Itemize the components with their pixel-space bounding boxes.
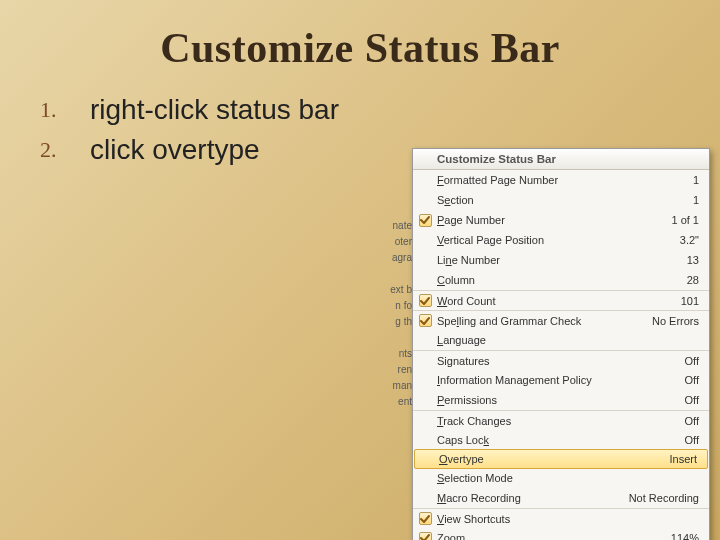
menu-item-value: 1 (685, 194, 699, 206)
menu-item-label: Page Number (437, 214, 663, 226)
checkmark-icon (419, 314, 432, 327)
menu-title: Customize Status Bar (413, 149, 709, 170)
menu-item-check-gutter (413, 512, 437, 525)
menu-item-label: Language (437, 334, 691, 346)
menu-item-label: Column (437, 274, 679, 286)
menu-item-vertical-page-position[interactable]: Vertical Page Position3.2" (413, 230, 709, 250)
menu-item-label: Track Changes (437, 415, 677, 427)
background-document-fragment: nate oter agra ext b n fo g th nts ren m… (382, 218, 412, 410)
menu-item-ections[interactable]: Section1 (413, 190, 709, 210)
steps-list: right-click status bar click overtype (90, 90, 339, 170)
menu-item-track-changes[interactable]: Track ChangesOff (413, 410, 709, 430)
menu-item-check-gutter (413, 532, 437, 541)
menu-item-formatted-page-number[interactable]: Formatted Page Number1 (413, 170, 709, 190)
menu-item-ne-numberli[interactable]: Line Number13 (413, 250, 709, 270)
menu-item-label: Word Count (437, 295, 673, 307)
menu-item-value: No Errors (644, 315, 699, 327)
menu-item-label: View Shortcuts (437, 513, 691, 525)
menu-item-label: Formatted Page Number (437, 174, 685, 186)
step-numbers: 1. 2. (40, 90, 90, 170)
menu-item-value: Off (677, 415, 699, 427)
menu-item-label: Line Number (437, 254, 679, 266)
menu-item-label: Vertical Page Position (437, 234, 672, 246)
menu-item-label: Caps Lock (437, 434, 677, 446)
menu-item-value: 28 (679, 274, 699, 286)
menu-item-zoom[interactable]: Zoom114% (413, 528, 709, 540)
menu-item-label: Overtype (439, 453, 661, 465)
menu-item-label: Permissions (437, 394, 677, 406)
menu-item-value: 114% (663, 532, 699, 540)
checkmark-icon (419, 512, 432, 525)
step-number-2: 2. (40, 130, 90, 170)
menu-item-label: Spelling and Grammar Check (437, 315, 644, 327)
checkmark-icon (419, 294, 432, 307)
menu-item-gnaturessi[interactable]: SignaturesOff (413, 350, 709, 370)
customize-status-bar-menu[interactable]: Customize Status Bar Formatted Page Numb… (412, 148, 710, 540)
checkmark-icon (419, 532, 432, 541)
step-number-1: 1. (40, 90, 90, 130)
menu-item-permissions[interactable]: PermissionsOff (413, 390, 709, 410)
menu-item-kcaps-loc[interactable]: Caps LockOff (413, 430, 709, 450)
menu-item-value: Not Recording (621, 492, 699, 504)
menu-item-overtype[interactable]: OvertypeInsert (414, 449, 708, 469)
menu-item-check-gutter (413, 294, 437, 307)
menu-item-lling-and-grammar-checkspe[interactable]: Spelling and Grammar CheckNo Errors (413, 310, 709, 330)
menu-item-label: Macro Recording (437, 492, 621, 504)
menu-items-container: Formatted Page Number1Section1Page Numbe… (413, 170, 709, 540)
menu-item-label: Zoom (437, 532, 663, 540)
menu-item-check-gutter (413, 214, 437, 227)
menu-item-value: Off (677, 374, 699, 386)
menu-item-page-number[interactable]: Page Number1 of 1 (413, 210, 709, 230)
menu-item-value: Off (677, 394, 699, 406)
menu-item-selection-mode[interactable]: Selection Mode (413, 468, 709, 488)
checkmark-icon (419, 214, 432, 227)
menu-item-macro-recording[interactable]: Macro RecordingNot Recording (413, 488, 709, 508)
menu-item-information-management-policy[interactable]: Information Management PolicyOff (413, 370, 709, 390)
menu-item-value: 1 (685, 174, 699, 186)
step-text-1: right-click status bar (90, 90, 339, 130)
menu-item-value: 101 (673, 295, 699, 307)
menu-item-language[interactable]: Language (413, 330, 709, 350)
menu-item-label: Section (437, 194, 685, 206)
menu-item-value: Off (677, 434, 699, 446)
step-text-2: click overtype (90, 130, 339, 170)
menu-item-value: Insert (661, 453, 697, 465)
menu-item-label: Selection Mode (437, 472, 691, 484)
menu-item-word-count[interactable]: Word Count101 (413, 290, 709, 310)
slide-title: Customize Status Bar (0, 0, 720, 72)
menu-item-column[interactable]: Column28 (413, 270, 709, 290)
menu-item-label: Signatures (437, 355, 677, 367)
menu-item-view-shortcuts[interactable]: View Shortcuts (413, 508, 709, 528)
menu-item-value: 3.2" (672, 234, 699, 246)
menu-item-value: 1 of 1 (663, 214, 699, 226)
menu-item-value: 13 (679, 254, 699, 266)
menu-item-check-gutter (413, 314, 437, 327)
menu-item-label: Information Management Policy (437, 374, 677, 386)
menu-item-value: Off (677, 355, 699, 367)
